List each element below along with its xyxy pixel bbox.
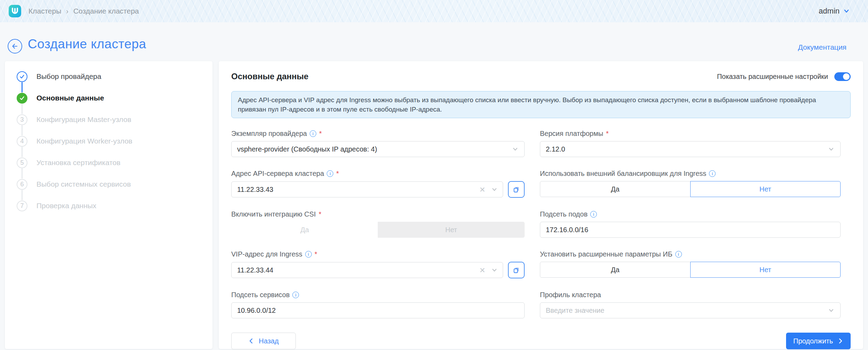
security-params-no[interactable]: Нет [690,262,841,278]
step-label: Конфигурация Master-узлов [36,115,131,124]
field-label: Включить интеграцию CSI [231,210,316,218]
services-subnet-input[interactable] [231,302,525,318]
info-icon[interactable]: i [590,211,597,218]
documentation-link[interactable]: Документация [798,43,846,51]
api-server-address-input[interactable] [232,182,479,197]
field-label: Подсеть подов [540,210,587,218]
field-pods-subnet: Подсеть подов i [540,210,841,238]
info-icon[interactable]: i [709,170,716,177]
provider-instance-value: vsphere-provider (Свободных IP адресов: … [237,145,377,153]
advanced-settings-toggle[interactable] [834,72,851,81]
field-label: Использовать внешний балансировщик для I… [540,170,706,178]
chevron-right-icon [838,337,843,344]
required-asterisk: * [319,211,322,218]
back-button-label: Назад [259,337,278,345]
step-master-config: 3 Конфигурация Master-узлов [5,114,212,125]
csi-integration-segment: Да Нет [231,222,525,238]
chevron-down-icon [843,8,850,15]
pods-subnet-input[interactable] [540,222,841,238]
copy-icon [513,186,520,193]
copy-api-address-button[interactable] [508,181,525,198]
field-api-server-address: Адрес API-сервера кластера i * ✕ [231,169,525,198]
step-number: 5 [17,157,27,168]
required-asterisk: * [336,170,339,177]
step-number: 4 [17,136,27,147]
chevron-down-icon [512,146,519,153]
breadcrumb-clusters[interactable]: Кластеры [28,7,61,15]
step-label: Основные данные [36,94,104,102]
arrow-left-icon [11,42,19,50]
field-label: Профиль кластера [540,291,601,299]
field-platform-version: Версия платформы * 2.12.0 [540,129,841,157]
security-params-yes[interactable]: Да [540,262,691,278]
field-label: Установить расширенные параметры ИБ [540,250,673,258]
wizard-steps-panel: Выбор провайдера Основные данные 3 Конфи… [5,61,212,349]
field-label: Подсеть сервисов [231,291,290,299]
info-icon[interactable]: i [327,170,333,177]
field-services-subnet: Подсеть сервисов i [231,291,525,318]
cluster-profile-select[interactable]: Введите значение [540,302,841,318]
chevron-down-icon [828,146,835,153]
step-data-check: 7 Проверка данных [5,200,212,211]
main-form-panel: Основные данные Показать расширенные нас… [219,61,863,349]
step-provider-select[interactable]: Выбор провайдера [5,71,212,82]
app-logo-icon [8,5,22,18]
platform-version-value: 2.12.0 [546,145,565,153]
step-worker-config: 4 Конфигурация Worker-узлов [5,136,212,147]
api-server-address-combobox[interactable]: ✕ [231,181,503,197]
step-label: Конфигурация Worker-узлов [36,137,132,145]
csi-yes: Да [231,222,378,238]
step-connector [22,125,23,136]
field-label: Экземпляр провайдера [231,130,307,138]
field-label: VIP-адрес для Ingress [231,250,302,258]
info-icon[interactable]: i [292,292,299,298]
cluster-profile-placeholder: Введите значение [546,307,604,315]
required-asterisk: * [315,251,317,258]
back-circle-button[interactable] [8,39,22,54]
step-connector [22,82,23,92]
step-number: 6 [17,179,27,190]
external-balancer-no[interactable]: Нет [690,181,841,197]
chevron-down-icon [491,267,498,274]
step-connector [22,104,23,114]
user-menu[interactable]: admin [819,0,850,22]
page-title: Создание кластера [28,37,146,51]
user-name: admin [819,7,840,16]
continue-button[interactable]: Продолжить [786,333,851,349]
field-vip-address: VIP-адрес для Ingress i * ✕ [231,250,525,278]
clear-icon[interactable]: ✕ [479,267,485,274]
continue-button-label: Продолжить [793,337,833,345]
required-asterisk: * [606,130,609,137]
field-security-params: Установить расширенные параметры ИБ i Да… [540,250,841,278]
chevron-down-icon [828,307,835,314]
external-balancer-yes[interactable]: Да [540,181,691,197]
back-button[interactable]: Назад [231,333,296,349]
advanced-settings-label: Показать расширенные настройки [717,73,828,81]
breadcrumb-current: Создание кластера [73,7,139,15]
field-label: Адрес API-сервера кластера [231,170,324,178]
security-params-segment: Да Нет [540,262,841,278]
vip-address-input[interactable] [232,262,479,278]
field-csi-integration: Включить интеграцию CSI * Да Нет [231,210,525,238]
info-icon[interactable]: i [675,251,682,258]
breadcrumb-separator: › [66,7,69,15]
step-connector [22,168,23,179]
step-label: Проверка данных [36,202,97,210]
vip-address-combobox[interactable]: ✕ [231,262,503,278]
external-balancer-segment: Да Нет [540,181,841,197]
step-number: 3 [17,114,27,125]
info-icon[interactable]: i [305,251,312,258]
field-provider-instance: Экземпляр провайдера i * vsphere-provide… [231,129,525,157]
provider-instance-select[interactable]: vsphere-provider (Свободных IP адресов: … [231,141,525,157]
clear-icon[interactable]: ✕ [479,186,485,193]
step-label: Выбор системных сервисов [36,180,131,188]
info-icon[interactable]: i [310,130,316,137]
required-asterisk: * [319,130,322,137]
step-main-data[interactable]: Основные данные [5,92,212,104]
chevron-left-icon [248,337,254,344]
step-connector [22,190,23,200]
step-label: Выбор провайдера [36,72,101,81]
copy-vip-address-button[interactable] [508,262,525,278]
field-label: Версия платформы [540,130,603,138]
platform-version-select[interactable]: 2.12.0 [540,141,841,157]
